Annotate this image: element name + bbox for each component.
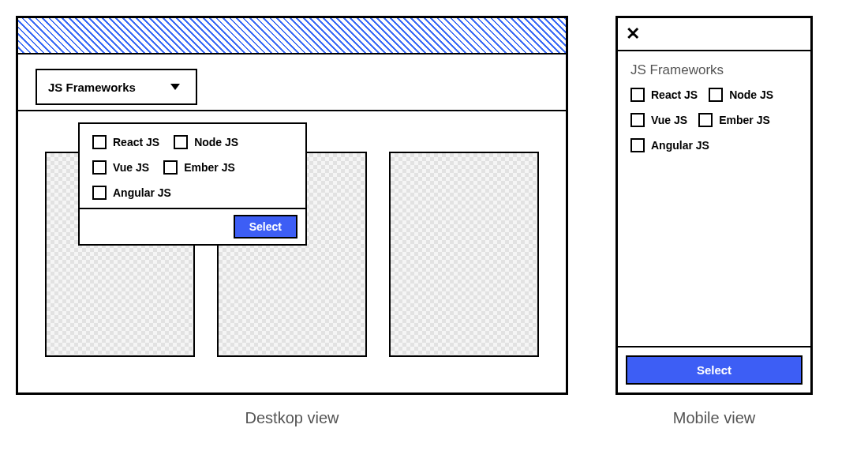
checkbox-icon[interactable] (630, 138, 645, 152)
mobile-caption: Mobile view (673, 409, 755, 427)
desktop-header-bar (18, 18, 566, 54)
checkbox-icon[interactable] (630, 88, 645, 102)
option-node-js[interactable]: Node JS (709, 88, 773, 102)
desktop-caption: Destkop view (245, 409, 339, 427)
option-ember-js[interactable]: Ember JS (698, 113, 770, 127)
dropdown-panel-footer: Select (80, 208, 305, 244)
select-button[interactable]: Select (234, 215, 297, 239)
checkbox-icon[interactable] (92, 160, 107, 175)
option-label: Node JS (194, 136, 238, 148)
select-button[interactable]: Select (626, 355, 803, 385)
content-card (389, 152, 539, 357)
mobile-titlebar: ✕ (618, 18, 810, 51)
checkbox-icon[interactable] (630, 113, 645, 127)
caret-down-icon (170, 84, 180, 90)
framework-dropdown-button[interactable]: JS Frameworks (36, 69, 197, 105)
option-node-js[interactable]: Node JS (174, 135, 238, 149)
checkbox-icon[interactable] (92, 135, 107, 149)
checkbox-icon[interactable] (92, 186, 107, 200)
option-vue-js[interactable]: Vue JS (630, 113, 687, 127)
framework-dropdown-label: JS Frameworks (48, 81, 136, 94)
mobile-footer: Select (618, 346, 810, 393)
option-label: Angular JS (113, 186, 171, 199)
mobile-wireframe: ✕ JS Frameworks React JS Node JS Vue JS (615, 16, 813, 395)
option-label: Node JS (729, 88, 773, 101)
option-vue-js[interactable]: Vue JS (92, 160, 149, 175)
svg-marker-0 (170, 84, 180, 90)
option-react-js[interactable]: React JS (92, 135, 159, 149)
option-label: Vue JS (651, 114, 687, 126)
option-label: Vue JS (113, 161, 149, 174)
option-angular-js[interactable]: Angular JS (630, 138, 709, 152)
checkbox-icon[interactable] (698, 113, 713, 127)
checkbox-icon[interactable] (174, 135, 188, 149)
desktop-filter-row: JS Frameworks (18, 54, 566, 111)
framework-dropdown-panel: React JS Node JS Vue JS Ember JS (78, 122, 307, 246)
checkbox-icon[interactable] (163, 160, 178, 175)
checkbox-icon[interactable] (709, 88, 723, 102)
option-react-js[interactable]: React JS (630, 88, 698, 102)
option-label: React JS (651, 88, 698, 101)
mobile-heading: JS Frameworks (618, 51, 810, 85)
option-label: Ember JS (719, 114, 770, 126)
desktop-wireframe: JS Frameworks React JS (16, 16, 568, 395)
option-label: Angular JS (651, 139, 709, 152)
option-angular-js[interactable]: Angular JS (92, 186, 171, 200)
option-label: React JS (113, 136, 159, 148)
mobile-options-list: React JS Node JS Vue JS Ember JS Angular… (618, 85, 810, 156)
option-ember-js[interactable]: Ember JS (163, 160, 235, 175)
option-label: Ember JS (184, 161, 235, 174)
close-icon[interactable]: ✕ (626, 25, 640, 43)
